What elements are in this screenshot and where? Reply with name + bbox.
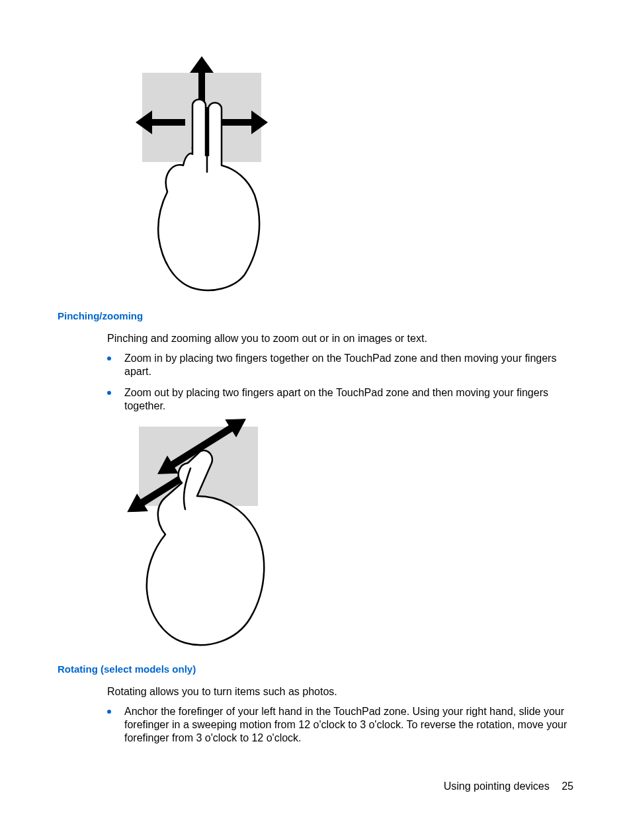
list-item: Zoom out by placing two fingers apart on… — [107, 386, 570, 413]
heading-rotating: Rotating (select models only) — [58, 663, 196, 675]
scroll-gesture-icon — [136, 56, 268, 294]
figure-two-finger-scroll — [136, 56, 268, 294]
heading-pinching-zooming: Pinching/zooming — [58, 310, 143, 321]
figure-pinch-zoom — [119, 417, 284, 648]
svg-marker-2 — [190, 56, 214, 73]
list-rotating: Anchor the forefinger of your left hand … — [107, 705, 570, 753]
svg-rect-7 — [218, 119, 255, 126]
paragraph-rotating-intro: Rotating allows you to turn items such a… — [107, 685, 570, 698]
list-item: Anchor the forefinger of your left hand … — [107, 705, 570, 745]
list-pinching: Zoom in by placing two fingers together … — [107, 352, 570, 421]
footer-section-title: Using pointing devices — [444, 780, 550, 792]
list-item: Zoom in by placing two fingers together … — [107, 352, 570, 378]
svg-rect-5 — [149, 119, 185, 126]
pinch-gesture-icon — [119, 417, 284, 648]
footer-page-number: 25 — [562, 780, 573, 792]
paragraph-pinching-intro: Pinching and zooming allow you to zoom o… — [107, 332, 570, 345]
document-page: Pinching/zooming Pinching and zooming al… — [0, 0, 631, 840]
page-footer: Using pointing devices 25 — [444, 780, 573, 792]
